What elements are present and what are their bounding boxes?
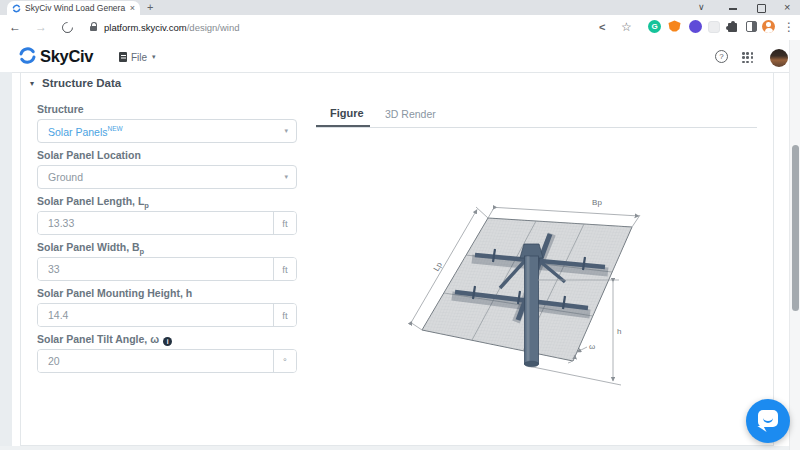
url-host: platform.skyciv.com bbox=[104, 22, 187, 33]
user-avatar[interactable] bbox=[770, 49, 788, 67]
solar-panel-figure: Bp Lp h ω bbox=[400, 192, 672, 398]
length-input[interactable] bbox=[38, 212, 273, 234]
width-input-group: ft bbox=[37, 257, 297, 281]
location-select-value: Ground bbox=[48, 171, 284, 183]
url-path: /design/wind bbox=[187, 22, 240, 33]
url-bar[interactable]: platform.skyciv.com/design/wind bbox=[104, 22, 240, 33]
height-input-group: ft bbox=[37, 303, 297, 327]
tab-3d-render[interactable]: 3D Render bbox=[385, 108, 436, 120]
field-label-structure: Structure bbox=[37, 103, 84, 115]
length-input-group: ft bbox=[37, 211, 297, 235]
disabled-extension-icon[interactable] bbox=[708, 21, 720, 33]
width-input[interactable] bbox=[38, 258, 273, 280]
grammarly-extension-icon[interactable]: G bbox=[648, 20, 661, 33]
new-badge: NEW bbox=[108, 125, 123, 132]
extensions-puzzle-icon[interactable] bbox=[728, 23, 737, 32]
tab-close-icon[interactable]: × bbox=[130, 4, 135, 13]
dim-label-lp: Lp bbox=[432, 260, 445, 273]
browser-profile-avatar[interactable] bbox=[762, 20, 775, 33]
forward-icon[interactable]: → bbox=[35, 20, 47, 34]
reader-mode-icon[interactable] bbox=[746, 21, 757, 32]
window-menu-icon[interactable]: ∨ bbox=[698, 1, 705, 14]
tilt-unit: ° bbox=[273, 350, 296, 372]
structure-select[interactable]: Solar PanelsNEW ▾ bbox=[37, 119, 297, 143]
chevron-down-icon: ▾ bbox=[284, 173, 288, 181]
bookmark-star-icon[interactable]: ☆ bbox=[621, 21, 632, 34]
field-label-width: Solar Panel Width, Bp bbox=[37, 241, 144, 256]
left-gutter bbox=[0, 72, 12, 450]
section-title[interactable]: Structure Data bbox=[42, 77, 121, 89]
tilt-input-group: ° bbox=[37, 349, 297, 373]
dim-label-h: h bbox=[617, 327, 621, 336]
browser-tab-strip: SkyCiv Wind Load Genera × + ∨ × bbox=[0, 0, 800, 15]
screen: SkyCiv Wind Load Genera × + ∨ × ← → plat… bbox=[0, 0, 800, 450]
help-button[interactable]: ? bbox=[715, 50, 728, 63]
skyciv-logo-icon[interactable] bbox=[18, 46, 37, 65]
skyciv-favicon-icon bbox=[12, 4, 21, 13]
tilt-input[interactable] bbox=[38, 350, 273, 372]
field-label-height: Solar Panel Mounting Height, h bbox=[37, 287, 192, 299]
chat-button[interactable] bbox=[746, 399, 790, 443]
share-icon[interactable]: < bbox=[599, 21, 605, 34]
tab-figure[interactable]: Figure bbox=[330, 107, 364, 119]
new-tab-button[interactable]: + bbox=[147, 1, 153, 14]
section-collapse-icon[interactable]: ▾ bbox=[30, 79, 34, 88]
lock-icon[interactable] bbox=[90, 26, 97, 31]
window-close-icon[interactable]: × bbox=[784, 1, 790, 14]
logo-text[interactable]: SkyCiv bbox=[40, 47, 93, 66]
window-minimize-icon[interactable] bbox=[729, 8, 737, 10]
tab-divider bbox=[316, 127, 757, 128]
field-label-tilt: Solar Panel Tilt Angle, ωi bbox=[37, 333, 172, 346]
structure-select-value: Solar PanelsNEW bbox=[48, 125, 284, 138]
file-doc-icon bbox=[119, 52, 127, 62]
apps-grid-icon[interactable] bbox=[742, 52, 754, 64]
browser-tab[interactable]: SkyCiv Wind Load Genera × bbox=[7, 1, 140, 15]
dim-label-omega: ω bbox=[589, 342, 595, 351]
back-icon[interactable]: ← bbox=[9, 20, 21, 34]
file-menu[interactable]: File bbox=[131, 52, 147, 63]
browser-menu-icon[interactable]: ⋮ bbox=[783, 21, 795, 34]
field-label-length: Solar Panel Length, Lp bbox=[37, 195, 149, 210]
location-select[interactable]: Ground ▾ bbox=[37, 165, 297, 189]
tab-title: SkyCiv Wind Load Genera bbox=[25, 3, 126, 13]
file-caret-icon: ▾ bbox=[152, 53, 156, 61]
length-unit: ft bbox=[273, 212, 296, 234]
height-unit: ft bbox=[273, 304, 296, 326]
field-label-location: Solar Panel Location bbox=[37, 149, 141, 161]
info-icon[interactable]: i bbox=[163, 337, 172, 346]
chevron-down-icon: ▾ bbox=[284, 127, 288, 135]
scrollbar-thumb[interactable] bbox=[792, 145, 799, 311]
purple-extension-icon[interactable] bbox=[689, 20, 702, 33]
dim-label-bp: Bp bbox=[592, 198, 602, 207]
window-restore-icon[interactable] bbox=[757, 4, 766, 13]
bottom-gutter bbox=[0, 446, 789, 450]
height-input[interactable] bbox=[38, 304, 273, 326]
width-unit: ft bbox=[273, 258, 296, 280]
